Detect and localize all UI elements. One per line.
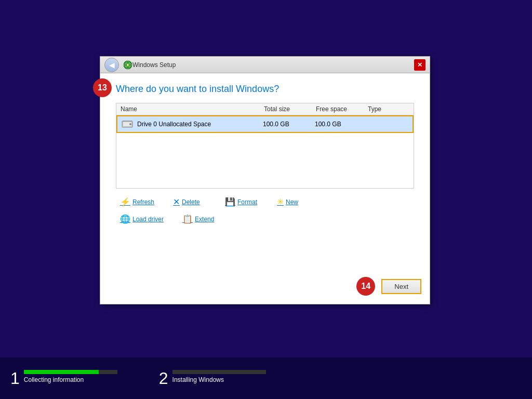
partition-table: Name Total size Free space Type [116,103,414,189]
page-title: Where do you want to install Windows? [116,84,414,95]
table-header: Name Total size Free space Type [116,103,414,115]
header-total-size: Total size [264,105,316,113]
step-2-progress-container [172,370,266,374]
step-2-info: Installing Windows [172,370,266,383]
svg-point-3 [127,64,129,66]
header-name: Name [121,105,264,113]
bottom-actions: 14 Next [356,277,421,296]
toolbar: ⚡ Refresh ✕ Delete 💾 Format ✳ New [116,195,414,226]
setup-icon [123,60,132,70]
load-driver-button[interactable]: 🌐 Load driver [116,212,168,226]
step-1-item: 1 Collecting information [10,370,117,387]
step-badge-13: 13 [93,78,112,97]
svg-point-7 [129,123,131,125]
delete-icon: ✕ [173,197,180,207]
table-body: Drive 0 Unallocated Space 100.0 GB 100.0… [116,115,414,188]
step-1-info: Collecting information [24,370,117,383]
step-1-number: 1 [10,370,20,387]
total-size-cell: 100.0 GB [263,121,315,128]
back-button[interactable]: ◀ [104,58,119,72]
step-2-number: 2 [159,370,168,387]
content-area: 13 Where do you want to install Windows?… [100,73,430,304]
drive-icon [122,119,133,129]
toolbar-row-2: 🌐 Load driver 📋 Extend [116,212,220,226]
step-1-progress-container [24,370,117,374]
bottom-bar: 1 Collecting information 2 Installing Wi… [0,357,532,399]
load-driver-icon: 🌐 [120,214,130,224]
step-2-item: 2 Installing Windows [159,370,266,387]
header-free-space: Free space [316,105,368,113]
free-space-cell: 100.0 GB [315,121,367,128]
progress-section: 1 Collecting information 2 Installing Wi… [0,365,276,392]
drive-name-cell: Drive 0 Unallocated Space [122,119,263,129]
extend-icon: 📋 [182,214,193,224]
extend-button[interactable]: 📋 Extend [178,212,220,226]
new-icon: ✳ [277,197,284,207]
step-1-label: Collecting information [24,376,117,383]
close-button[interactable]: ✕ [414,59,425,71]
refresh-button[interactable]: ⚡ Refresh [116,195,158,209]
format-button[interactable]: 💾 Format [221,195,262,209]
table-row[interactable]: Drive 0 Unallocated Space 100.0 GB 100.0… [116,115,414,133]
header-type: Type [368,105,409,113]
title-text: Windows Setup [132,61,414,69]
svg-rect-6 [123,121,132,122]
windows-setup-dialog: ◀ Windows Setup ✕ 13 Where do [100,56,430,304]
step-1-progress-fill [24,370,99,374]
step-badge-14: 14 [356,277,375,296]
delete-button[interactable]: ✕ Delete [169,195,210,209]
step-2-label: Installing Windows [172,376,266,383]
refresh-icon: ⚡ [120,197,130,207]
toolbar-row-1: ⚡ Refresh ✕ Delete 💾 Format ✳ New [116,195,314,209]
title-bar: ◀ Windows Setup ✕ [100,57,430,73]
new-button[interactable]: ✳ New [273,195,314,209]
desktop: ◀ Windows Setup ✕ 13 Where do [0,0,532,399]
format-icon: 💾 [225,197,235,207]
next-button[interactable]: Next [381,279,421,294]
